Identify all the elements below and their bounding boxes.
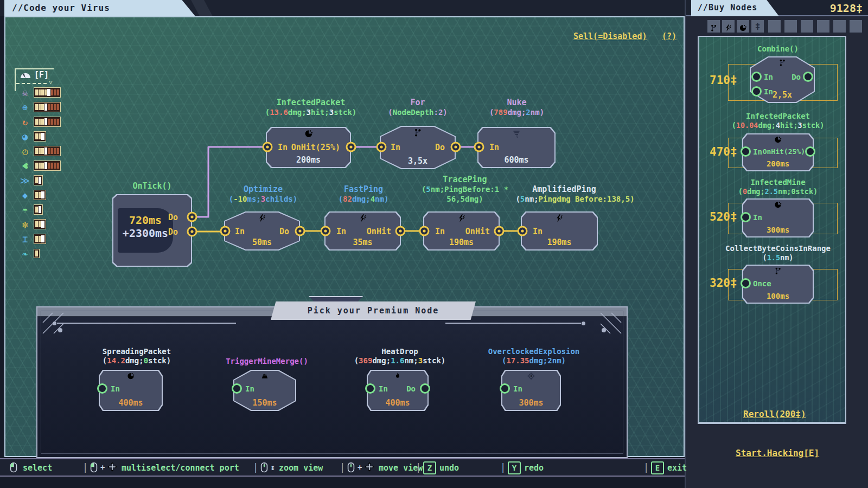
- sell-link[interactable]: Sell(=Disabled): [573, 31, 647, 41]
- port[interactable]: [232, 383, 242, 394]
- node-slot-empty[interactable]: [784, 20, 797, 33]
- node-slot-empty[interactable]: [801, 20, 813, 33]
- progress-bar: [34, 102, 61, 112]
- shell-icon: ❧: [18, 248, 31, 259]
- buy-nodes-panel: //Buy Nodes 9128‡ ‡ Combine() 710‡ In In…: [685, 0, 868, 488]
- node-ontick[interactable]: 720ms +2300ms Do Do: [112, 194, 192, 267]
- port-label-in: In: [753, 147, 762, 156]
- premium-banner: Pick your Premium Node: [271, 301, 476, 320]
- node-title: InfectedPacket: [259, 98, 362, 107]
- status-row: ⌶: [18, 233, 61, 245]
- node-time: 600ms: [477, 155, 556, 165]
- divider: |: [82, 462, 88, 473]
- premium-node-heatdrop[interactable]: In Do 400ms: [367, 370, 429, 411]
- node-subtitle: (82dmg;4nm): [320, 194, 407, 204]
- node-slot-lightning[interactable]: [722, 20, 735, 33]
- port[interactable]: [741, 212, 751, 222]
- node-subtitle: (17.35dmg;2nm): [466, 356, 602, 365]
- node-slot-branch[interactable]: [707, 20, 720, 33]
- virus-editor-canvas[interactable]: Sell(=Disabled) (?) [F] ▽ ☠ ⊕ ↻ ◕ ◴ ♥ ≫ …: [4, 16, 685, 457]
- hint-exit: exit: [667, 463, 687, 473]
- premium-panel: Pick your Premium Node SpreadingPacket (…: [36, 306, 628, 458]
- port[interactable]: [97, 383, 107, 394]
- start-hacking-button[interactable]: Start.Hacking[E]: [736, 448, 819, 458]
- node-time-bonus: +2300ms: [118, 227, 173, 240]
- node-traceping[interactable]: In OnHit 190ms: [423, 211, 500, 251]
- shop-item-title: InfectedPacket: [718, 112, 838, 121]
- node-time: 35ms: [324, 237, 401, 247]
- decoration: [57, 323, 236, 324]
- node-time-main: 720ms: [118, 214, 173, 227]
- pacman-icon: [774, 201, 782, 209]
- node-slot-empty[interactable]: [817, 20, 829, 33]
- node-subtitle: (14.2dmg;0stck): [72, 356, 202, 365]
- lightning-icon: [724, 24, 732, 32]
- skull-icon: ☠: [18, 87, 31, 98]
- node-slot-dagger[interactable]: ‡: [751, 20, 764, 33]
- node-subtitle: (NodeDepth:2): [380, 107, 456, 117]
- progress-bar: [34, 131, 46, 142]
- port[interactable]: [805, 146, 815, 157]
- node-title: SpreadingPacket: [72, 347, 202, 356]
- node-trigger-label: OnHit(25%): [763, 147, 805, 156]
- port[interactable]: [741, 146, 751, 157]
- lightning-icon: [258, 214, 267, 223]
- shop-node-combine[interactable]: In In Do 2,5x: [750, 56, 815, 103]
- premium-node-triggerminemerge[interactable]: In 150ms: [233, 370, 296, 411]
- node-optimize[interactable]: In Do 50ms: [224, 211, 300, 251]
- node-for[interactable]: In Do 3,5x: [380, 126, 456, 169]
- port-label-in: In: [245, 384, 254, 393]
- port-label-in: In: [489, 143, 499, 152]
- reroll-button[interactable]: Reroll(200‡): [743, 409, 806, 419]
- port[interactable]: [420, 383, 430, 394]
- port[interactable]: [741, 278, 751, 288]
- node-slot-pacman[interactable]: [737, 20, 749, 33]
- port[interactable]: [500, 383, 510, 394]
- mouse-wheel-icon: [259, 462, 269, 473]
- port-label-do: Do: [168, 213, 178, 222]
- shop-node-infectedmine[interactable]: In 300ms: [742, 198, 814, 237]
- node-time: 100ms: [742, 292, 814, 300]
- progress-bar: [34, 190, 46, 200]
- shop-node-collectbytecoins[interactable]: Once 100ms: [742, 265, 814, 304]
- node-fastping[interactable]: In OnHit 35ms: [324, 211, 401, 251]
- node-subtitle: (5nm;Pingdmg Before:138,5): [507, 194, 643, 204]
- port[interactable]: [365, 383, 375, 394]
- node-time: 50ms: [224, 237, 300, 247]
- progress-bar: [34, 146, 61, 156]
- status-row: ❧: [18, 248, 61, 260]
- node-slot-empty[interactable]: [833, 20, 846, 33]
- shop-item-price: 320‡: [710, 277, 737, 290]
- premium-node-overclockedexplosion[interactable]: In 300ms: [501, 370, 561, 411]
- status-row: ♥: [18, 160, 61, 172]
- shop-item-title: CollectByteCoinsInRange: [706, 244, 850, 253]
- dropdown-arrow[interactable]: ▽: [49, 79, 53, 86]
- port[interactable]: [751, 72, 762, 82]
- node-amplifiedping[interactable]: In 190ms: [521, 211, 598, 251]
- port-label-in: In: [391, 143, 400, 152]
- node-nuke[interactable]: In 600ms: [477, 127, 556, 168]
- shop-node-infectedpacket[interactable]: In OnHit(25%) 200ms: [742, 133, 814, 171]
- branch-icon: [710, 24, 718, 32]
- node-time: 300ms: [742, 226, 814, 234]
- node-title: OnTick(): [112, 181, 192, 191]
- port[interactable]: [803, 72, 813, 82]
- node-infectedpacket[interactable]: In OnHit(25%) 200ms: [266, 127, 351, 168]
- node-subtitle: (-10ms;3childs): [220, 194, 307, 204]
- node-slot-empty[interactable]: [768, 20, 781, 33]
- shop-item-title: Combine(): [718, 44, 838, 54]
- fkey-badge[interactable]: [F]: [34, 70, 49, 80]
- hint-zoom: zoom view: [279, 463, 323, 473]
- premium-node-spreadingpacket[interactable]: In 400ms: [99, 370, 163, 411]
- port-label-in: In: [278, 143, 288, 152]
- pacman-icon: [739, 24, 747, 32]
- node-slot-empty[interactable]: [850, 20, 862, 33]
- port-label-in: In: [379, 384, 388, 393]
- status-row: ◴: [18, 145, 61, 157]
- help-link[interactable]: (?): [662, 31, 676, 41]
- window-title: //Code your Virus: [4, 0, 195, 13]
- power-icon: ↻: [18, 117, 31, 127]
- port-label-do: Do: [279, 227, 289, 236]
- status-panel: ☠ ⊕ ↻ ◕ ◴ ♥ ≫ ◆ ☂ ✼ ⌶ ❧: [18, 87, 61, 260]
- node-multiplier: 3,5x: [380, 156, 456, 166]
